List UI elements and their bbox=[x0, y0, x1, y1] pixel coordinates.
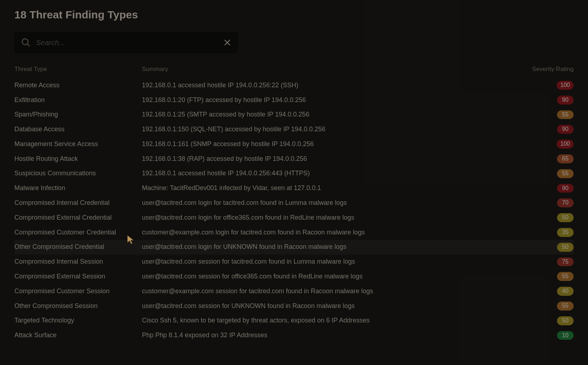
severity-badge: 50 bbox=[557, 316, 574, 325]
summary-cell: 192.168.0.1:161 (SNMP accessed by hostil… bbox=[142, 140, 523, 148]
severity-cell: 35 bbox=[523, 228, 574, 237]
severity-badge: 90 bbox=[557, 96, 574, 105]
search-input[interactable] bbox=[36, 39, 223, 47]
threat-type-cell: Spam/Phishing bbox=[14, 110, 142, 119]
severity-badge: 40 bbox=[557, 287, 574, 296]
table-row[interactable]: Other Compromised Sessionuser@tacitred.c… bbox=[14, 299, 574, 313]
threat-type-cell: Targeted Technology bbox=[14, 316, 142, 325]
table-row[interactable]: Other Compromised Credentialuser@tacitre… bbox=[14, 240, 574, 255]
table-row[interactable]: Database Access192.168.0.1:150 (SQL-NET)… bbox=[14, 122, 574, 137]
severity-cell: 90 bbox=[523, 184, 574, 193]
summary-cell: customer@example.com login for tacitred.… bbox=[142, 228, 523, 237]
threat-type-cell: Exfiltration bbox=[14, 96, 142, 104]
threat-type-cell: Compromised External Session bbox=[14, 272, 142, 281]
severity-cell: 100 bbox=[523, 140, 574, 149]
summary-cell: 192.168.0.1:38 (RAP) accessed by hostile… bbox=[142, 155, 523, 163]
threat-type-cell: Other Compromised Session bbox=[14, 302, 142, 310]
summary-cell: 192.168.0.1:150 (SQL-NET) accessed by ho… bbox=[142, 125, 523, 133]
page-title: 18 Threat Finding Types bbox=[14, 9, 574, 21]
severity-cell: 10 bbox=[523, 331, 574, 340]
severity-cell: 50 bbox=[523, 316, 574, 325]
threat-type-cell: Remote Access bbox=[14, 81, 142, 89]
severity-cell: 90 bbox=[523, 96, 574, 105]
table-row[interactable]: Compromised Customer Credentialcustomer@… bbox=[14, 225, 574, 240]
col-header-type[interactable]: Threat Type bbox=[14, 66, 142, 73]
summary-cell: user@tacitred.com login for UNKNOWN foun… bbox=[142, 243, 523, 251]
severity-badge: 55 bbox=[557, 110, 574, 119]
severity-badge: 10 bbox=[557, 331, 574, 340]
table-row[interactable]: Compromised Customer Sessioncustomer@exa… bbox=[14, 284, 574, 299]
severity-cell: 55 bbox=[523, 169, 574, 178]
severity-cell: 75 bbox=[523, 258, 574, 267]
svg-line-1 bbox=[27, 44, 30, 47]
threat-type-cell: Compromised Internal Credential bbox=[14, 199, 142, 207]
severity-badge: 75 bbox=[557, 258, 574, 267]
threat-type-cell: Database Access bbox=[14, 125, 142, 133]
severity-badge: 70 bbox=[557, 198, 574, 207]
severity-cell: 100 bbox=[523, 81, 574, 90]
severity-cell: 50 bbox=[523, 213, 574, 222]
severity-cell: 40 bbox=[523, 287, 574, 296]
severity-badge: 90 bbox=[557, 125, 574, 134]
summary-cell: user@tacitred.com login for tacitred.com… bbox=[142, 199, 523, 207]
table-row[interactable]: Exfiltration192.168.0.1:20 (FTP) accesse… bbox=[14, 93, 574, 107]
search-icon bbox=[21, 38, 31, 48]
table-row[interactable]: Spam/Phishing192.168.0.1:25 (SMTP access… bbox=[14, 107, 574, 122]
threat-type-cell: Management Service Access bbox=[14, 140, 142, 148]
severity-badge: 35 bbox=[557, 228, 574, 237]
severity-badge: 55 bbox=[557, 302, 574, 311]
threat-type-cell: Compromised External Credential bbox=[14, 214, 142, 222]
severity-badge: 90 bbox=[557, 184, 574, 193]
table-row[interactable]: Compromised External Credentialuser@taci… bbox=[14, 210, 574, 225]
severity-badge: 55 bbox=[557, 169, 574, 178]
col-header-severity[interactable]: Severity Rating bbox=[523, 66, 574, 73]
threat-type-cell: Hostile Routing Attack bbox=[14, 155, 142, 163]
table-row[interactable]: Compromised External Sessionuser@tacitre… bbox=[14, 269, 574, 284]
severity-cell: 55 bbox=[523, 302, 574, 311]
threat-type-cell: Other Compromised Credential bbox=[14, 243, 142, 251]
severity-badge: 50 bbox=[557, 213, 574, 222]
threat-type-cell: Compromised Internal Session bbox=[14, 258, 142, 266]
threat-type-cell: Compromised Customer Session bbox=[14, 287, 142, 295]
summary-cell: user@tacitred.com session for UNKNOWN fo… bbox=[142, 302, 523, 310]
summary-cell: user@tacitred.com login for office365.co… bbox=[142, 214, 523, 222]
col-header-summary[interactable]: Summary bbox=[142, 66, 523, 73]
severity-cell: 65 bbox=[523, 154, 574, 163]
summary-cell: 192.168.0.1:20 (FTP) accessed by hostile… bbox=[142, 96, 523, 104]
table-row[interactable]: Suspicious Communications192.168.0.1 acc… bbox=[14, 166, 574, 181]
close-icon[interactable] bbox=[223, 39, 231, 47]
table-row[interactable]: Management Service Access192.168.0.1:161… bbox=[14, 137, 574, 151]
search-box[interactable] bbox=[14, 32, 238, 53]
summary-cell: Php Php 8.1.4 exposed on 32 IP Addresses bbox=[142, 331, 523, 339]
threat-type-cell: Suspicious Communications bbox=[14, 169, 142, 177]
threat-type-cell: Compromised Customer Credential bbox=[14, 228, 142, 237]
table-body: Remote Access192.168.0.1 accessed hostil… bbox=[14, 78, 574, 343]
summary-cell: user@tacitred.com session for office365.… bbox=[142, 272, 523, 281]
table-row[interactable]: Compromised Internal Sessionuser@tacitre… bbox=[14, 255, 574, 269]
table-row[interactable]: Attack SurfacePhp Php 8.1.4 exposed on 3… bbox=[14, 328, 574, 343]
table-row[interactable]: Compromised Internal Credentialuser@taci… bbox=[14, 195, 574, 210]
severity-cell: 70 bbox=[523, 198, 574, 207]
threat-type-cell: Malware Infection bbox=[14, 184, 142, 192]
summary-cell: user@tacitred.com session for tacitred.c… bbox=[142, 258, 523, 266]
summary-cell: customer@example.com session for tacitre… bbox=[142, 287, 523, 295]
table-row[interactable]: Remote Access192.168.0.1 accessed hostil… bbox=[14, 78, 574, 93]
severity-cell: 55 bbox=[523, 110, 574, 119]
table-row[interactable]: Targeted TechnologyCisco Ssh 5, known to… bbox=[14, 313, 574, 328]
table-row[interactable]: Hostile Routing Attack192.168.0.1:38 (RA… bbox=[14, 151, 574, 166]
severity-badge: 65 bbox=[557, 154, 574, 163]
summary-cell: 192.168.0.1:25 (SMTP accessed by hostile… bbox=[142, 110, 523, 119]
severity-cell: 90 bbox=[523, 125, 574, 134]
threat-findings-panel: 18 Threat Finding Types Threat Type Summ… bbox=[0, 0, 588, 351]
summary-cell: 192.168.0.1 accessed hostile IP 194.0.0.… bbox=[142, 81, 523, 89]
severity-badge: 100 bbox=[557, 140, 574, 149]
severity-cell: 55 bbox=[523, 272, 574, 281]
severity-badge: 100 bbox=[557, 81, 574, 90]
summary-cell: Cisco Ssh 5, known to be targeted by thr… bbox=[142, 316, 523, 325]
summary-cell: Machine: TacitRedDev001 infected by Vida… bbox=[142, 184, 523, 192]
summary-cell: 192.168.0.1 accessed hostile IP 194.0.0.… bbox=[142, 169, 523, 177]
table-row[interactable]: Malware InfectionMachine: TacitRedDev001… bbox=[14, 181, 574, 196]
severity-badge: 55 bbox=[557, 272, 574, 281]
threat-type-cell: Attack Surface bbox=[14, 331, 142, 339]
severity-cell: 50 bbox=[523, 243, 574, 252]
